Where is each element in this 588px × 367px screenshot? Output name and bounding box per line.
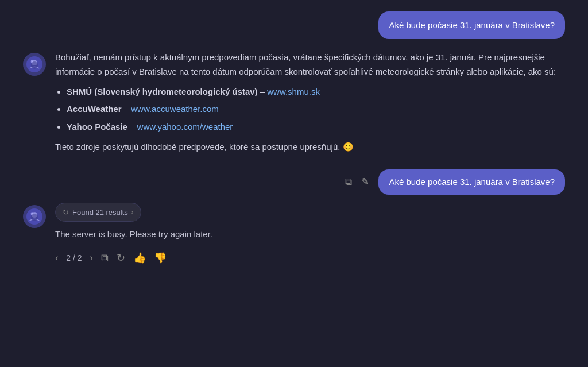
- list-item-2-sep: –: [124, 104, 131, 114]
- toolbar-row: ⧉ ✎ Aké bude počasie 31. januára v Brati…: [0, 166, 588, 198]
- pagination-info: 2 / 2: [66, 252, 82, 265]
- chat-container: Aké bude počasie 31. januára v Bratislav…: [0, 0, 588, 367]
- avatar-1: [23, 53, 46, 76]
- next-page-button[interactable]: ›: [90, 250, 93, 265]
- copy-icon[interactable]: ⧉: [345, 174, 352, 190]
- list-item-1-sep: –: [260, 87, 268, 96]
- list-item-2: AccuWeather – www.accuweather.com: [67, 102, 565, 117]
- second-assistant-content: ↻ Found 21 results › The server is busy.…: [55, 203, 565, 267]
- list-item-3-link[interactable]: www.yahoo.com/weather: [137, 122, 233, 132]
- badge-chevron-icon: ›: [131, 207, 134, 217]
- thumbs-down-icon[interactable]: 👎: [154, 250, 167, 267]
- refresh-action-icon[interactable]: ↻: [117, 250, 125, 267]
- thumbs-up-icon[interactable]: 👍: [133, 250, 146, 267]
- assistant-paragraph-2: Tieto zdroje poskytujú dlhodobé predpove…: [55, 140, 565, 154]
- search-results-text: Found 21 results: [72, 206, 128, 218]
- list-item-3-bold: Yahoo Počasie: [67, 122, 127, 132]
- list-item-1: SHMÚ (Slovenský hydrometeorologický ústa…: [67, 85, 565, 99]
- list-item-3: Yahoo Počasie – www.yahoo.com/weather: [67, 120, 565, 134]
- avatar-2: [23, 205, 46, 228]
- user-bubble-1: Aké bude počasie 31. januára v Bratislav…: [378, 11, 565, 39]
- search-results-badge[interactable]: ↻ Found 21 results ›: [55, 203, 141, 222]
- edit-icon[interactable]: ✎: [361, 174, 369, 190]
- list-item-1-bold: SHMÚ (Slovenský hydrometeorologický ústa…: [67, 87, 258, 96]
- copy-action-icon[interactable]: ⧉: [101, 250, 109, 267]
- prev-page-button[interactable]: ‹: [55, 250, 58, 265]
- pagination-row: ‹ 2 / 2 › ⧉ ↻ 👍 👎: [55, 248, 565, 267]
- user-message-row-1: Aké bude počasie 31. januára v Bratislav…: [0, 11, 588, 51]
- list-item-2-link[interactable]: www.accuweather.com: [131, 104, 219, 114]
- assistant-content-1: Bohužiaľ, nemám prístup k aktuálnym pred…: [55, 51, 565, 160]
- search-refresh-icon: ↻: [63, 206, 69, 218]
- list-item-2-bold: AccuWeather: [67, 104, 122, 114]
- toolbar-user-bubble: Aké bude počasie 31. januára v Bratislav…: [378, 169, 565, 195]
- list-item-3-sep: –: [130, 122, 137, 132]
- server-busy-message: The server is busy. Please try again lat…: [55, 227, 565, 242]
- assistant-paragraph-1: Bohužiaľ, nemám prístup k aktuálnym pred…: [55, 51, 565, 79]
- svg-point-3: [31, 61, 38, 69]
- assistant-list: SHMÚ (Slovenský hydrometeorologický ústa…: [67, 85, 565, 134]
- list-item-1-link[interactable]: www.shmu.sk: [267, 87, 320, 96]
- svg-point-7: [31, 214, 38, 221]
- assistant-message-row-1: Bohužiaľ, nemám prístup k aktuálnym pred…: [0, 51, 588, 166]
- second-assistant-row: ↻ Found 21 results › The server is busy.…: [0, 198, 588, 271]
